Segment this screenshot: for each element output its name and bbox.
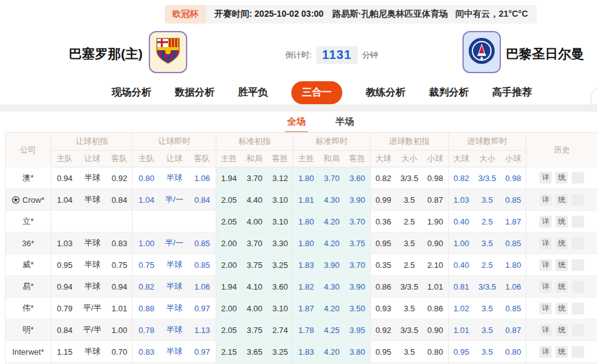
sub-tab-2[interactable]: 半场 xyxy=(334,113,355,131)
odds-cell: 0.95 xyxy=(51,254,78,276)
odds-cell: 0.82 xyxy=(448,167,474,189)
odds-cell: 4.20 xyxy=(319,298,344,319)
venue-text: 路易斯·孔帕尼奥林匹亚体育场 xyxy=(332,9,448,20)
odds-cell: 0.82 xyxy=(133,276,160,298)
detail-button[interactable]: 详 xyxy=(539,172,552,184)
odds-cell: 0.35 xyxy=(370,254,396,276)
stats-button[interactable]: 统 xyxy=(555,324,568,336)
barcelona-crest-icon xyxy=(156,37,180,67)
odds-cell: 2.05 xyxy=(216,189,242,211)
stats-button[interactable]: 统 xyxy=(555,346,568,358)
odds-cell: 3.5 xyxy=(396,298,423,319)
stats-button[interactable]: 统 xyxy=(555,216,568,228)
nav-tab-1[interactable]: 现场分析 xyxy=(112,86,151,99)
odds-cell: 1.94 xyxy=(216,167,242,189)
odds-cell: 0.36 xyxy=(370,211,396,233)
history-extra-button[interactable] xyxy=(572,303,584,314)
history-extra-button[interactable] xyxy=(572,216,584,228)
odds-cell: 2.00 xyxy=(216,254,242,276)
odds-cell: 0.75 xyxy=(107,254,133,276)
weather-text: 间中有云，21°C°C xyxy=(456,9,528,20)
countdown-value: 1131 xyxy=(316,46,358,64)
odds-cell: 半/一 xyxy=(160,189,188,211)
nav-tab-6[interactable]: 裁判分析 xyxy=(429,86,469,99)
company-name: 易* xyxy=(22,282,33,291)
nav-tab-2[interactable]: 数据分析 xyxy=(175,86,214,99)
history-extra-button[interactable] xyxy=(572,172,584,184)
detail-button[interactable]: 详 xyxy=(539,237,552,249)
detail-button[interactable]: 详 xyxy=(539,346,552,358)
odds-cell: 0.98 xyxy=(500,167,526,189)
odds-cell: 0.83 xyxy=(107,233,133,254)
stats-button[interactable]: 统 xyxy=(555,303,568,314)
history-extra-button[interactable] xyxy=(572,324,584,336)
odds-cell: 4.20 xyxy=(319,233,344,254)
stats-button[interactable]: 统 xyxy=(555,259,568,271)
table-row: 澳*0.94半球0.920.80半球1.061.943.703.121.803.… xyxy=(6,167,597,189)
odds-cell: 0.98 xyxy=(423,167,449,189)
odds-cell xyxy=(51,211,78,233)
detail-button[interactable]: 详 xyxy=(539,324,552,336)
history-extra-button[interactable] xyxy=(572,259,584,271)
odds-cell: 0.83 xyxy=(133,341,160,363)
odds-cell: 0.84 xyxy=(51,319,78,341)
stats-button[interactable]: 统 xyxy=(555,281,568,293)
group-header-3: 标准初指 xyxy=(216,133,293,151)
odds-cell: 1.83 xyxy=(293,341,319,363)
odds-cell: 0.85 xyxy=(500,298,526,319)
nav-tab-3[interactable]: 胜平负 xyxy=(238,86,268,99)
odds-cell: 4.30 xyxy=(319,276,344,298)
countdown: 倒计时: 1131 分钟 xyxy=(267,46,397,64)
stats-button[interactable]: 统 xyxy=(555,194,568,206)
section-divider xyxy=(0,104,597,112)
odds-cell: 3.75 xyxy=(242,319,267,341)
history-cell: 详统 xyxy=(526,319,597,341)
nav-tab-7[interactable]: 高手推荐 xyxy=(492,86,532,99)
company-cell: 立* xyxy=(6,211,51,233)
company-cell: 36* xyxy=(6,233,51,254)
nav-tab-5[interactable]: 教练分析 xyxy=(366,86,405,99)
detail-button[interactable]: 详 xyxy=(539,281,552,293)
odds-cell: 1.03 xyxy=(51,233,78,254)
odds-cell: 3.65 xyxy=(242,341,267,363)
odds-cell: 半球 xyxy=(160,167,188,189)
history-extra-button[interactable] xyxy=(572,194,584,206)
odds-cell: 3.12 xyxy=(267,167,293,189)
sub-tab-1[interactable]: 全场 xyxy=(286,113,307,131)
odds-cell: 0.97 xyxy=(188,341,216,363)
odds-cell xyxy=(188,211,216,233)
odds-cell: 4.25 xyxy=(319,319,344,341)
stats-button[interactable]: 统 xyxy=(555,237,568,249)
odds-cell: 4.20 xyxy=(319,211,344,233)
history-extra-button[interactable] xyxy=(572,346,584,358)
home-team-name: 巴塞罗那(主) xyxy=(0,45,143,63)
odds-cell: 0.85 xyxy=(500,189,526,211)
history-extra-button[interactable] xyxy=(572,281,584,293)
history-cell: 详统 xyxy=(526,211,597,233)
odds-cell: 3.70 xyxy=(345,211,371,233)
history-extra-button[interactable] xyxy=(572,237,584,249)
stats-button[interactable]: 统 xyxy=(555,172,568,184)
company-name: 明* xyxy=(22,325,33,334)
odds-cell: 0.87 xyxy=(500,319,526,341)
odds-cell: 4.30 xyxy=(319,189,344,211)
odds-cell: 3.5 xyxy=(396,233,423,254)
detail-button[interactable]: 详 xyxy=(539,259,552,271)
odds-cell: 0.95 xyxy=(370,233,396,254)
odds-cell: 3.25 xyxy=(267,341,293,363)
odds-cell: 0.84 xyxy=(188,189,216,211)
odds-cell xyxy=(78,211,106,233)
odds-cell: 1.87 xyxy=(500,211,526,233)
odds-cell: 3.70 xyxy=(242,167,267,189)
sub-header-6-1: 大球 xyxy=(448,151,474,167)
company-name: 澳* xyxy=(22,173,33,182)
odds-cell: 4.00 xyxy=(242,211,267,233)
detail-button[interactable]: 详 xyxy=(539,216,552,228)
history-cell: 详统 xyxy=(526,341,597,363)
odds-cell: 0.84 xyxy=(107,189,133,211)
detail-button[interactable]: 详 xyxy=(539,194,552,206)
nav-tab-4[interactable]: 三合一 xyxy=(291,81,342,104)
company-cell: 易* xyxy=(6,276,51,298)
detail-button[interactable]: 详 xyxy=(539,303,552,314)
odds-cell xyxy=(160,211,188,233)
